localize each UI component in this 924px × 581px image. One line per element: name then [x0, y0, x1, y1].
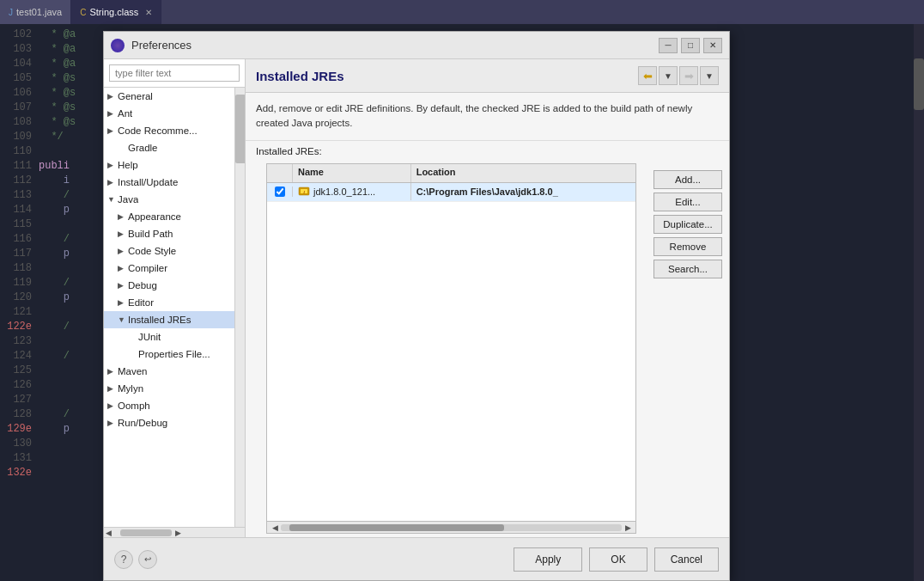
editor-scrollbar[interactable]	[914, 24, 924, 581]
tab-test01[interactable]: J test01.java	[0, 0, 71, 24]
edit-button[interactable]: Edit...	[653, 193, 722, 211]
sidebar-item-help[interactable]: ▶ Help	[104, 156, 234, 174]
duplicate-button[interactable]: Duplicate...	[653, 215, 722, 234]
installed-jres-label-text: Installed JREs:	[256, 146, 322, 156]
sidebar-item-label: Code Recomme...	[118, 125, 198, 136]
dropdown-arrow2[interactable]: ▼	[700, 66, 719, 85]
sidebar-item-run-debug[interactable]: ▶ Run/Debug	[104, 414, 234, 431]
sidebar-item-label: Editor	[128, 297, 154, 308]
cancel-button[interactable]: Cancel	[654, 547, 719, 572]
editor-scrollbar-thumb[interactable]	[914, 58, 924, 110]
scroll-left-icon[interactable]: ◀	[269, 522, 281, 534]
jre-horizontal-scrollbar[interactable]: ◀ ▶	[267, 521, 635, 533]
sidebar-item-label: Properties File...	[138, 349, 210, 359]
sidebar-item-editor[interactable]: ▶ Editor	[104, 294, 234, 311]
location-column-label: Location	[416, 167, 456, 177]
tree-horizontal-scrollbar[interactable]: ◀ ▶	[104, 527, 245, 537]
tree-hscroll-thumb[interactable]	[120, 529, 172, 536]
sidebar-item-label: Code Style	[128, 246, 176, 256]
sidebar-item-label: Build Path	[128, 229, 173, 239]
scroll-left-icon[interactable]: ◀	[106, 529, 112, 537]
jre-location: C:\Program Files\Java\jdk1.8.0_	[416, 187, 558, 197]
tree-content: ▶ General ▶ Ant ▶ Code Recomme...	[104, 88, 234, 527]
sidebar-item-label: Help	[118, 160, 138, 170]
tree-scrollbar-thumb[interactable]	[235, 95, 245, 163]
jre-hscroll-thumb[interactable]	[289, 524, 504, 531]
chevron-right-icon: ▶	[118, 212, 128, 221]
sidebar-item-appearance[interactable]: ▶ Appearance	[104, 208, 234, 225]
close-button[interactable]: ✕	[703, 38, 722, 53]
sidebar-item-gradle[interactable]: Gradle	[104, 139, 234, 156]
sidebar-item-label: Install/Update	[118, 177, 178, 187]
jre-table: Name Location	[266, 163, 636, 535]
chevron-down-icon: ▼	[118, 315, 128, 324]
sidebar-item-label: Compiler	[128, 263, 167, 273]
sidebar-item-label: Debug	[128, 280, 157, 290]
sidebar-item-code-style[interactable]: ▶ Code Style	[104, 242, 234, 260]
sidebar-item-compiler[interactable]: ▶ Compiler	[104, 260, 234, 277]
tab-string-class[interactable]: C String.class ✕	[71, 0, 161, 24]
tab-close-icon[interactable]: ✕	[145, 8, 152, 17]
back-button[interactable]: ⬅	[638, 66, 657, 85]
dropdown-arrow[interactable]: ▼	[659, 66, 678, 85]
sidebar-item-general[interactable]: ▶ General	[104, 88, 234, 105]
name-column-label: Name	[298, 167, 324, 177]
sidebar-item-label: Gradle	[128, 143, 158, 153]
restore-defaults-icon[interactable]: ↩	[138, 550, 157, 569]
maximize-button[interactable]: □	[681, 38, 700, 53]
sidebar-item-label: JUnit	[138, 332, 161, 342]
filter-input[interactable]	[109, 64, 240, 82]
tree-vertical-scrollbar[interactable]	[234, 88, 245, 527]
sidebar-item-build-path[interactable]: ▶ Build Path	[104, 225, 234, 242]
tab-label: String.class	[89, 7, 138, 17]
bottom-right-buttons: Apply OK Cancel	[514, 547, 719, 572]
location-column-header[interactable]: Location	[411, 164, 635, 182]
scroll-right-icon[interactable]: ▶	[175, 529, 181, 537]
chevron-right-icon: ▶	[118, 229, 128, 238]
sidebar-item-ant[interactable]: ▶ Ant	[104, 105, 234, 122]
sidebar-item-installed-jres[interactable]: ▼ Installed JREs	[104, 311, 234, 328]
sidebar-item-java[interactable]: ▼ Java	[104, 191, 234, 208]
jre-hscroll-track[interactable]	[281, 524, 622, 531]
remove-button[interactable]: Remove	[653, 237, 722, 256]
sidebar-item-label: Run/Debug	[118, 418, 167, 428]
sidebar-item-properties-file[interactable]: Properties File...	[104, 346, 234, 363]
jre-checkbox[interactable]	[275, 187, 285, 197]
bottom-left-icons: ? ↩	[114, 550, 157, 569]
row-checkbox-cell[interactable]	[267, 187, 293, 197]
minimize-button[interactable]: ─	[659, 38, 678, 53]
forward-button[interactable]: ➡	[679, 66, 698, 85]
chevron-right-icon: ▶	[107, 384, 118, 393]
chevron-right-icon: ▶	[107, 92, 118, 101]
sidebar-item-install-update[interactable]: ▶ Install/Update	[104, 174, 234, 191]
sidebar-item-oomph[interactable]: ▶ Oomph	[104, 397, 234, 414]
jre-location-cell[interactable]: C:\Program Files\Java\jdk1.8.0_	[411, 184, 635, 199]
content-header: Installed JREs ⬅ ▼ ➡ ▼	[246, 59, 729, 93]
search-button[interactable]: Search...	[653, 260, 722, 278]
dialog-title-left: Preferences	[111, 39, 191, 52]
apply-button[interactable]: Apply	[514, 547, 582, 572]
help-icon[interactable]: ?	[114, 550, 133, 569]
titlebar-controls: ─ □ ✕	[659, 38, 722, 53]
description-text: Add, remove or edit JRE definitions. By …	[256, 103, 692, 128]
sidebar-item-junit[interactable]: JUnit	[104, 328, 234, 346]
sidebar-item-mylyn[interactable]: ▶ Mylyn	[104, 380, 234, 397]
preferences-dialog: Preferences ─ □ ✕ ▶ General	[103, 31, 730, 581]
content-title: Installed JREs	[256, 69, 344, 83]
ok-button[interactable]: OK	[589, 547, 647, 572]
action-buttons: Add... Edit... Duplicate... Remove Searc…	[647, 170, 729, 535]
sidebar-item-label: Maven	[118, 366, 148, 376]
sidebar-item-label: Ant	[118, 108, 132, 119]
sidebar-item-debug[interactable]: ▶ Debug	[104, 277, 234, 294]
chevron-right-icon: ▶	[107, 401, 118, 410]
scroll-right-icon[interactable]: ▶	[622, 522, 634, 534]
name-column-header[interactable]: Name	[293, 164, 411, 182]
class-file-icon: C	[80, 8, 86, 17]
add-button[interactable]: Add...	[653, 170, 722, 189]
sidebar-item-maven[interactable]: ▶ Maven	[104, 363, 234, 380]
jre-name-cell[interactable]: J jdk1.8.0_121...	[293, 183, 411, 200]
java-file-icon: J	[9, 8, 13, 17]
table-row[interactable]: J jdk1.8.0_121... C:\Program Files\Java\…	[267, 183, 635, 202]
jre-icon: J	[298, 186, 310, 198]
sidebar-item-code-recommenders[interactable]: ▶ Code Recomme...	[104, 122, 234, 139]
